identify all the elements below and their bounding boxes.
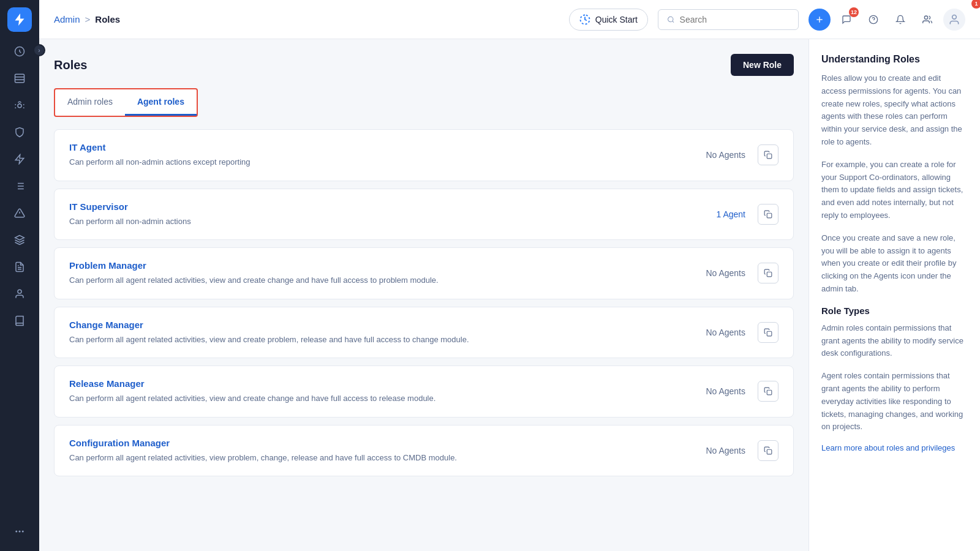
sidebar-item-more[interactable] bbox=[7, 519, 32, 544]
copy-role-button[interactable] bbox=[758, 204, 778, 225]
svg-rect-33 bbox=[767, 391, 772, 395]
svg-marker-5 bbox=[15, 155, 24, 164]
svg-point-27 bbox=[924, 16, 927, 19]
main-panel: Roles New Role Admin roles Agent roles I… bbox=[39, 39, 809, 551]
help-paragraph-1: Roles allow you to create and edit acces… bbox=[821, 72, 968, 149]
sidebar-item-tickets[interactable] bbox=[7, 93, 32, 118]
role-name[interactable]: IT Agent bbox=[69, 142, 684, 152]
breadcrumb-separator: > bbox=[85, 14, 91, 24]
svg-rect-34 bbox=[767, 449, 772, 454]
svg-point-19 bbox=[19, 531, 20, 532]
role-description: Can perform all non-admin actions bbox=[69, 216, 684, 228]
quick-start-button[interactable]: Quick Start bbox=[569, 9, 648, 31]
sidebar: › bbox=[0, 0, 39, 551]
copy-icon bbox=[764, 210, 772, 219]
help-panel-title: Understanding Roles bbox=[821, 54, 968, 65]
quick-start-icon bbox=[579, 14, 590, 25]
team-button[interactable] bbox=[916, 9, 938, 31]
copy-role-button[interactable] bbox=[758, 381, 778, 402]
role-name[interactable]: Problem Manager bbox=[69, 260, 684, 271]
new-role-button[interactable]: New Role bbox=[731, 54, 794, 76]
role-card-it-agent: IT Agent Can perform all non-admin actio… bbox=[54, 129, 794, 181]
role-name[interactable]: Change Manager bbox=[69, 320, 684, 330]
breadcrumb-admin-link[interactable]: Admin bbox=[54, 14, 80, 24]
shield-icon bbox=[14, 127, 25, 138]
copy-role-button[interactable] bbox=[758, 144, 778, 165]
copy-icon bbox=[764, 446, 772, 455]
profile-avatar[interactable]: 1 bbox=[943, 9, 965, 31]
search-input[interactable] bbox=[680, 15, 790, 24]
role-description: Can perform all agent related activities… bbox=[69, 334, 684, 346]
role-description: Can perform all agent related activities… bbox=[69, 392, 684, 405]
messages-button[interactable]: 12 bbox=[835, 9, 858, 31]
sidebar-item-list[interactable] bbox=[7, 174, 32, 198]
copy-icon bbox=[764, 328, 772, 337]
svg-point-21 bbox=[668, 17, 673, 21]
sidebar-item-dashboard[interactable] bbox=[7, 39, 32, 64]
role-info: IT Supervisor Can perform all non-admin … bbox=[69, 201, 684, 228]
role-card-problem-manager: Problem Manager Can perform all agent re… bbox=[54, 247, 794, 299]
copy-role-button[interactable] bbox=[758, 440, 778, 461]
role-agents-count: No Agents bbox=[684, 386, 745, 396]
tab-agent-roles[interactable]: Agent roles bbox=[125, 89, 197, 116]
tabs-container: Admin roles Agent roles bbox=[54, 88, 198, 117]
page-title: Roles bbox=[54, 58, 87, 72]
svg-point-20 bbox=[23, 531, 24, 532]
breadcrumb-current: Roles bbox=[95, 14, 120, 24]
role-agents-count: 1 Agent bbox=[684, 209, 745, 219]
main-wrapper: Admin > Roles Quick Start 12 bbox=[39, 0, 980, 551]
sidebar-item-security[interactable] bbox=[7, 120, 32, 144]
role-name[interactable]: IT Supervisor bbox=[69, 201, 684, 212]
bell-icon bbox=[895, 15, 905, 24]
notifications-button[interactable] bbox=[889, 9, 911, 31]
role-name[interactable]: Configuration Manager bbox=[69, 438, 684, 448]
sidebar-item-alerts[interactable] bbox=[7, 201, 32, 225]
alert-triangle-icon bbox=[14, 208, 25, 219]
svg-point-28 bbox=[952, 15, 957, 19]
app-logo[interactable] bbox=[7, 7, 32, 32]
add-button[interactable] bbox=[809, 9, 831, 31]
user-icon bbox=[14, 288, 25, 299]
help-paragraph-2: For example, you can create a role for y… bbox=[821, 159, 968, 222]
layers-icon bbox=[14, 234, 25, 246]
book-icon bbox=[14, 315, 25, 326]
role-agents-count: No Agents bbox=[684, 328, 745, 337]
sidebar-item-layers[interactable] bbox=[7, 228, 32, 252]
tab-admin-roles[interactable]: Admin roles bbox=[55, 89, 125, 116]
sidebar-item-reports[interactable] bbox=[7, 255, 32, 279]
lightning-icon bbox=[12, 12, 27, 27]
copy-role-button[interactable] bbox=[758, 263, 778, 283]
svg-rect-29 bbox=[767, 154, 772, 159]
role-agents-count: No Agents bbox=[684, 268, 745, 278]
role-description: Can perform all agent related activities… bbox=[69, 274, 684, 287]
help-panel: Understanding Roles Roles allow you to c… bbox=[809, 39, 980, 551]
role-name[interactable]: Release Manager bbox=[69, 378, 684, 389]
role-description: Can perform all non-admin actions except… bbox=[69, 156, 684, 168]
role-info: Configuration Manager Can perform all ag… bbox=[69, 438, 684, 464]
role-card-change-manager: Change Manager Can perform all agent rel… bbox=[54, 307, 794, 359]
roles-list: IT Agent Can perform all non-admin actio… bbox=[54, 129, 794, 476]
svg-marker-14 bbox=[15, 236, 24, 241]
search-box[interactable] bbox=[658, 9, 799, 30]
lightning-bolt-icon bbox=[14, 154, 25, 165]
page-header: Roles New Role bbox=[54, 54, 794, 76]
sidebar-item-operations[interactable] bbox=[7, 147, 32, 171]
svg-point-4 bbox=[18, 104, 21, 108]
role-description: Can perform all agent related activities… bbox=[69, 452, 684, 464]
sidebar-expand-button[interactable]: › bbox=[33, 44, 45, 56]
svg-rect-1 bbox=[15, 74, 24, 83]
copy-role-button[interactable] bbox=[758, 322, 778, 343]
help-button[interactable] bbox=[862, 9, 884, 31]
role-card-configuration-manager: Configuration Manager Can perform all ag… bbox=[54, 425, 794, 477]
file-text-icon bbox=[14, 261, 25, 272]
list-icon bbox=[14, 181, 25, 192]
sidebar-item-contacts[interactable] bbox=[7, 66, 32, 91]
contacts-icon bbox=[14, 73, 25, 84]
role-agents-count: No Agents bbox=[684, 150, 745, 160]
sidebar-item-user[interactable] bbox=[7, 282, 32, 306]
svg-point-17 bbox=[18, 290, 21, 293]
sidebar-item-book[interactable] bbox=[7, 309, 32, 333]
learn-more-link[interactable]: Learn more about roles and privileges bbox=[821, 443, 968, 452]
role-card-release-manager: Release Manager Can perform all agent re… bbox=[54, 365, 794, 418]
role-info: IT Agent Can perform all non-admin actio… bbox=[69, 142, 684, 168]
